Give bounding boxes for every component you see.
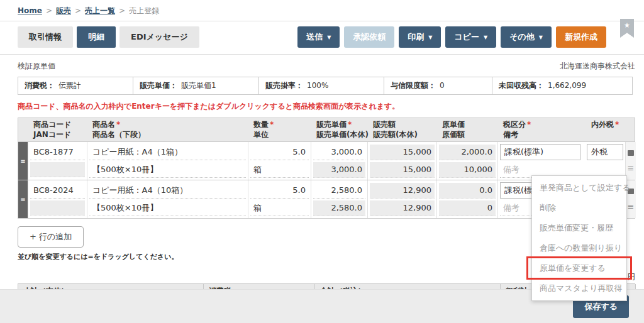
subheader: 検証原単価 北海運送商事株式会社 (0, 55, 644, 75)
unit-input[interactable]: 箱 (250, 162, 309, 178)
menu-item-price-change-history[interactable]: 販売単価変更・履歴 (532, 218, 626, 238)
drag-handle-icon: ≡ (20, 196, 25, 203)
cost-amount-field: 0 (439, 200, 496, 216)
menu-item-change-cost-price[interactable]: 原単価を変更する (532, 258, 626, 278)
info-sales-rate: 販売掛率：100% (258, 77, 384, 95)
product-name2-input[interactable]: 【500枚×10冊】 (89, 162, 246, 178)
tab-detail[interactable]: 明細 (77, 26, 116, 48)
menu-item-delete[interactable]: 削除 (532, 198, 626, 218)
verify-cost-label: 検証原単価 (18, 61, 55, 72)
other-button[interactable]: その他▼ (501, 26, 552, 48)
line-items-header: 商品コードJANコード 商品名*商品名（下段） 数量*単位 販売単価*販売単価(… (18, 118, 635, 142)
breadcrumb-home[interactable]: Home (18, 6, 42, 15)
breadcrumb-separator: > (46, 6, 52, 15)
drag-handle-icon: ≡ (20, 158, 25, 165)
header-cost: 原単価原価額 (437, 118, 498, 141)
breadcrumb-sales-list[interactable]: 売上一覧 (85, 6, 115, 15)
quantity-input[interactable]: 5.0 (250, 183, 309, 199)
chevron-down-icon: ▼ (484, 35, 487, 40)
tax-inout-select[interactable]: 外税 (587, 144, 623, 160)
star-icon: ★ (624, 21, 630, 30)
product-code-input[interactable]: BC8-2024 (30, 183, 85, 199)
breadcrumb-sales[interactable]: 販売 (56, 6, 71, 15)
breadcrumb: Home>販売>売上一覧>売上登録 (0, 0, 644, 21)
info-consumption-tax: 消費税：伝票計 (18, 77, 133, 95)
header-product-name: 商品名*商品名（下段） (87, 118, 248, 141)
header-tax-inout: 内外税* (586, 118, 626, 141)
menu-item-warehouse-allocation[interactable]: 倉庫への数量割り振り (532, 238, 626, 258)
breadcrumb-separator: > (75, 6, 81, 15)
row-menu-icon[interactable]: ≡ (628, 204, 635, 210)
breadcrumb-separator: > (119, 6, 125, 15)
jan-code-field (30, 200, 85, 216)
header-unit-price: 販売単価*販売単価(本体) (311, 118, 368, 141)
row-menu-icon[interactable]: ≡ (628, 165, 635, 172)
product-name-input[interactable]: コピー用紙：A4（10箱） (89, 183, 246, 199)
jan-code-field (30, 162, 85, 177)
menu-item-set-single-product[interactable]: 単発商品として設定する (532, 178, 626, 198)
product-code-input[interactable]: BC8-1877 (30, 145, 85, 160)
quantity-input[interactable]: 5.0 (250, 145, 309, 160)
tab-bar: 取引情報 明細 EDIメッセージ (18, 26, 199, 48)
info-strip: 消費税：伝票計 販売単価：販売単価1 販売掛率：100% 与信限度額：0 未回収… (18, 77, 635, 95)
copy-button[interactable]: コピー▼ (445, 26, 496, 48)
breadcrumb-current: 売上登録 (129, 6, 159, 15)
tab-edi-message[interactable]: EDIメッセージ (119, 26, 199, 48)
memo-icon[interactable] (628, 150, 634, 156)
drag-handle[interactable]: ≡ (18, 180, 28, 218)
header-quantity: 数量*単位 (248, 118, 311, 141)
customer-name: 北海運送商事株式会社 (560, 61, 635, 72)
action-buttons: 送信▼ 承認依頼 印刷▼ コピー▼ その他▼ 新規作成 (297, 26, 606, 48)
chevron-down-icon: ▼ (428, 35, 432, 40)
cost-unit-price-field: 2,000.0 (439, 145, 496, 160)
sales-amount-base-field: 12,900 (370, 200, 435, 216)
tab-transaction-info[interactable]: 取引情報 (18, 26, 73, 48)
product-name-input[interactable]: コピー用紙：A4（1箱） (89, 145, 246, 160)
chevron-down-icon: ▼ (327, 35, 331, 40)
cost-amount-field: 10,000 (439, 162, 496, 178)
unit-price-input[interactable]: 3,000.0 (313, 145, 365, 160)
product-search-notice: 商品コード、商品名の入力枠内でEnterキーを押下またはダブルクリックすると商品… (18, 101, 626, 112)
approval-request-button: 承認依頼 (344, 26, 394, 48)
add-row-button[interactable]: + 行の追加 (18, 226, 84, 248)
toolbar: 取引情報 明細 EDIメッセージ 送信▼ 承認依頼 印刷▼ コピー▼ その他▼ … (0, 21, 644, 55)
unit-price-base-field: 2,580.0 (313, 200, 365, 216)
row-context-menu: 単発商品として設定する 削除 販売単価変更・履歴 倉庫への数量割り振り 原単価を… (531, 175, 627, 301)
sales-amount-field: 15,000 (370, 145, 435, 160)
header-product-code: 商品コードJANコード (28, 118, 87, 141)
info-outstanding-balance: 未回収残高：1,662,099 (492, 77, 633, 95)
send-button[interactable]: 送信▼ (297, 26, 340, 48)
unit-price-base-field: 3,000.0 (313, 162, 365, 178)
sales-amount-field: 12,900 (370, 183, 435, 199)
info-unit-price-type: 販売単価：販売単価1 (133, 77, 259, 95)
product-name2-input[interactable]: 【500枚×10冊】 (89, 200, 246, 216)
unit-input[interactable]: 箱 (250, 200, 309, 216)
cost-unit-price-field: 0.0 (439, 183, 496, 199)
drag-handle[interactable]: ≡ (18, 142, 28, 180)
header-tax-category: 税区分*備考 (498, 118, 586, 141)
sales-amount-base-field: 15,000 (370, 162, 435, 178)
create-new-button[interactable]: 新規作成 (556, 26, 606, 48)
tax-category-select[interactable]: 課税(標準) (500, 144, 580, 160)
info-credit-limit: 与信限度額：0 (384, 77, 492, 95)
chevron-down-icon: ▼ (539, 35, 543, 40)
menu-item-refetch-master[interactable]: 商品マスタより再取得 (532, 278, 626, 298)
unit-price-input[interactable]: 2,580.0 (313, 183, 365, 199)
header-sales-amount: 販売額販売額(本体) (368, 118, 437, 141)
print-button[interactable]: 印刷▼ (399, 26, 441, 48)
